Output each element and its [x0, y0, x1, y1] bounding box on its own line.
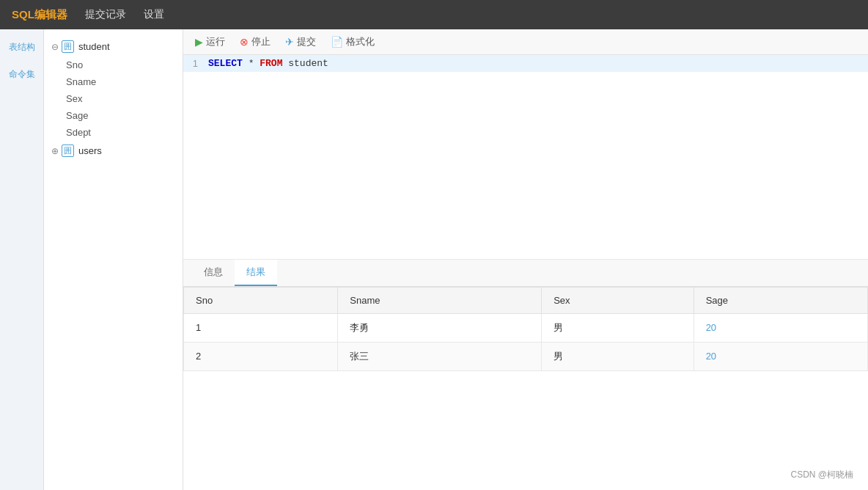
col-header-sage: Sage — [694, 287, 867, 313]
stop-icon: ⊗ — [240, 36, 249, 48]
line-number-1: 1 — [183, 58, 205, 69]
brand-logo: SQL编辑器 — [12, 8, 67, 22]
run-label: 运行 — [206, 35, 225, 48]
cell-sname: 张三 — [338, 342, 542, 370]
cell-sage: 20 — [694, 342, 867, 370]
tree-node-users[interactable]: ⊕ 囲 users — [44, 141, 183, 161]
editor-area[interactable]: 1 SELECT * FROM student — [183, 55, 868, 260]
kw-star: * — [249, 58, 260, 69]
tree-child-sex[interactable]: Sex — [44, 90, 183, 107]
kw-select: SELECT — [208, 58, 243, 69]
cell-sex: 男 — [542, 342, 694, 370]
run-icon: ▶ — [195, 36, 203, 48]
cell-sex: 男 — [542, 313, 694, 342]
cell-sname: 李勇 — [338, 313, 542, 342]
nav-settings[interactable]: 设置 — [144, 8, 164, 21]
table-header-row: Sno Sname Sex Sage — [184, 287, 868, 313]
expand-icon: ⊕ — [51, 146, 59, 156]
watermark: CSDN @柯晓楠 — [790, 469, 853, 481]
tree-label-student: student — [78, 41, 110, 52]
toolbar: ▶ 运行 ⊗ 停止 ✈ 提交 📄 格式化 — [183, 29, 868, 55]
col-header-sex: Sex — [542, 287, 694, 313]
tree-node-student[interactable]: ⊖ 囲 student — [44, 37, 183, 56]
editor-line-1: 1 SELECT * FROM student — [183, 55, 868, 72]
submit-button[interactable]: ✈ 提交 — [285, 35, 316, 48]
stop-button[interactable]: ⊗ 停止 — [240, 35, 271, 48]
cell-sno: 2 — [184, 342, 338, 370]
tree-label-users: users — [78, 145, 102, 156]
table-icon-users: 囲 — [62, 145, 74, 157]
format-label: 格式化 — [346, 35, 375, 48]
kw-table: student — [288, 58, 328, 69]
format-button[interactable]: 📄 格式化 — [331, 35, 375, 48]
tab-info[interactable]: 信息 — [192, 260, 235, 286]
left-panel: ⊖ 囲 student Sno Sname Sex Sage Sdept ⊕ 囲… — [44, 29, 183, 490]
sidebar-item-commands[interactable]: 命令集 — [9, 68, 35, 81]
table-icon-student: 囲 — [62, 40, 74, 53]
submit-label: 提交 — [297, 35, 316, 48]
stop-label: 停止 — [251, 35, 271, 48]
result-table: Sno Sname Sex Sage 1李勇男202张三男20 — [183, 287, 868, 371]
result-table-wrap: Sno Sname Sex Sage 1李勇男202张三男20 — [183, 287, 868, 491]
col-header-sno: Sno — [184, 287, 338, 313]
sidebar-item-table-structure[interactable]: 表结构 — [9, 41, 35, 54]
format-icon: 📄 — [331, 36, 343, 48]
tree-child-sname[interactable]: Sname — [44, 73, 183, 90]
tree-child-sdept[interactable]: Sdept — [44, 124, 183, 141]
collapse-icon: ⊖ — [51, 42, 59, 52]
tree-child-sno[interactable]: Sno — [44, 56, 183, 73]
main-layout: 表结构 命令集 ⊖ 囲 student Sno Sname Sex Sage S… — [0, 29, 868, 490]
sidebar: 表结构 命令集 — [0, 29, 44, 490]
col-header-sname: Sname — [338, 287, 542, 313]
cell-sage: 20 — [694, 313, 867, 342]
nav-submit-records[interactable]: 提交记录 — [85, 8, 126, 21]
tab-result[interactable]: 结果 — [235, 260, 277, 286]
table-row: 1李勇男20 — [184, 313, 868, 342]
table-row: 2张三男20 — [184, 342, 868, 370]
result-tabs: 信息 结果 — [183, 260, 868, 287]
cell-sno: 1 — [184, 313, 338, 342]
top-nav: SQL编辑器 提交记录 设置 — [0, 0, 868, 29]
line-content-1: SELECT * FROM student — [205, 58, 328, 69]
run-button[interactable]: ▶ 运行 — [195, 35, 225, 48]
submit-icon: ✈ — [285, 36, 294, 48]
tree-child-sage[interactable]: Sage — [44, 107, 183, 124]
kw-from: FROM — [260, 58, 282, 69]
right-panel: ▶ 运行 ⊗ 停止 ✈ 提交 📄 格式化 1 SELECT * — [183, 29, 868, 490]
